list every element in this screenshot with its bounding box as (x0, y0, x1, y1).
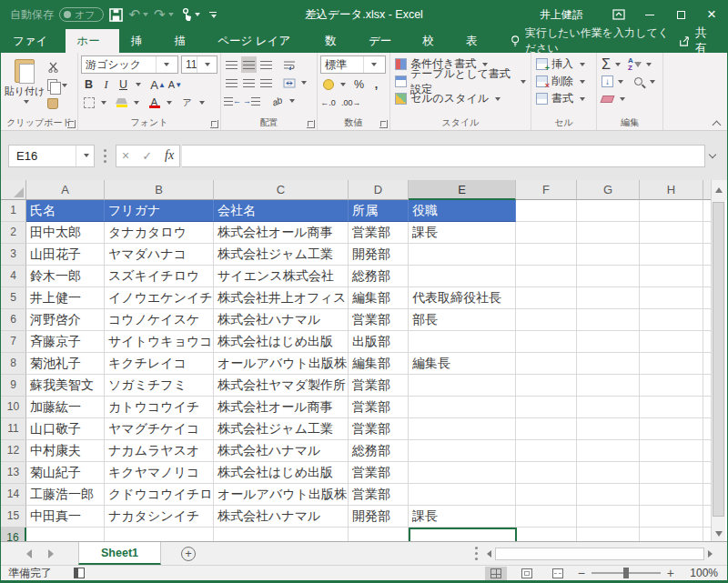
cell-C3[interactable]: 株式会社ジャム工業 (214, 244, 349, 266)
user-name[interactable]: 井上健語 (540, 7, 583, 23)
decrease-decimal-button[interactable]: .00→ (341, 95, 361, 111)
font-size-dropdown-icon[interactable] (205, 63, 210, 66)
macro-record-icon[interactable] (74, 568, 85, 578)
cell-F3[interactable] (516, 244, 577, 266)
cell-A2[interactable]: 田中太郎 (26, 222, 105, 244)
cell-B14[interactable]: クドウコウイチロウ (105, 484, 214, 506)
row-header-14[interactable]: 14 (1, 484, 26, 506)
cell-B15[interactable]: ナカタシンイチ (105, 506, 214, 528)
zoom-slider[interactable] (592, 572, 661, 574)
align-bottom-button[interactable] (258, 56, 274, 73)
column-header-A[interactable]: A (26, 180, 105, 200)
cell-A12[interactable]: 中村康夫 (26, 440, 105, 462)
cut-button[interactable] (46, 59, 69, 75)
cell-G2[interactable] (577, 222, 640, 244)
zoom-level[interactable]: 100% (683, 567, 718, 579)
currency-dropdown-icon[interactable] (340, 83, 346, 86)
cell-D12[interactable]: 総務部 (349, 440, 409, 462)
cell-C5[interactable]: 株式会社井上オフィス (214, 287, 349, 309)
cell-F7[interactable] (516, 331, 577, 353)
horizontal-scroll-track[interactable] (495, 548, 704, 560)
cell-G16[interactable] (577, 528, 640, 541)
cancel-entry-icon[interactable]: × (122, 148, 129, 163)
cell-C15[interactable]: 株式会社ハナマル (214, 506, 349, 528)
cell-A1[interactable]: 氏名 (26, 200, 105, 222)
align-left-button[interactable] (224, 75, 239, 91)
wrap-text-button[interactable] (281, 56, 297, 73)
cell-G8[interactable] (577, 353, 640, 375)
cell-E10[interactable] (409, 397, 516, 418)
cell-G5[interactable] (577, 287, 640, 309)
cell-C7[interactable]: 株式会社はじめ出版 (214, 331, 349, 353)
row-header-6[interactable]: 6 (1, 309, 26, 331)
cell-C11[interactable]: 株式会社ジャム工業 (214, 418, 349, 440)
column-header-E[interactable]: E (409, 180, 516, 200)
align-top-button[interactable] (224, 56, 239, 73)
tab-split-handle[interactable] (475, 552, 478, 555)
save-button[interactable] (109, 5, 124, 25)
cell-F11[interactable] (516, 418, 577, 440)
cell-F4[interactable] (516, 266, 577, 287)
underline-button[interactable]: U (116, 76, 131, 93)
row-header-10[interactable]: 10 (1, 397, 26, 418)
cell-E9[interactable] (409, 375, 516, 397)
select-all-corner[interactable] (1, 180, 26, 200)
cell-E13[interactable] (409, 462, 516, 484)
cell-A7[interactable]: 斉藤京子 (26, 331, 105, 353)
cell-F10[interactable] (516, 397, 577, 418)
cell-D14[interactable]: 営業部 (349, 484, 409, 506)
cell-H15[interactable] (640, 506, 703, 528)
tab-view[interactable]: 表示 (454, 29, 498, 53)
phonetic-dropdown-icon[interactable] (199, 101, 205, 105)
cell-B2[interactable]: タナカタロウ (105, 222, 214, 244)
formula-input[interactable] (182, 145, 705, 167)
zoom-out-button[interactable]: − (578, 567, 585, 579)
sort-filter-button[interactable]: AZ (628, 57, 642, 72)
increase-font-button[interactable]: A▲ (150, 76, 166, 93)
row-header-4[interactable]: 4 (1, 266, 26, 287)
cell-E1[interactable]: 役職 (409, 200, 516, 222)
cell-A6[interactable]: 河野啓介 (26, 309, 105, 331)
cell-H5[interactable] (640, 287, 703, 309)
clear-button[interactable] (601, 95, 615, 103)
normal-view-button[interactable] (485, 567, 507, 580)
tab-file[interactable]: ファイル (1, 29, 66, 53)
touch-mode-dropdown-icon[interactable] (195, 13, 200, 16)
undo-dropdown-icon[interactable] (143, 13, 148, 16)
italic-button[interactable]: I (98, 76, 114, 93)
new-sheet-button[interactable]: + (181, 547, 196, 561)
tab-insert[interactable]: 挿入 (119, 29, 163, 53)
share-button[interactable]: 共有 (679, 29, 727, 53)
fill-button[interactable]: ↓ (602, 75, 613, 87)
row-header-3[interactable]: 3 (1, 244, 26, 266)
row-header-5[interactable]: 5 (1, 287, 26, 309)
format-painter-button[interactable] (46, 95, 69, 111)
tab-data[interactable]: データ (357, 29, 410, 53)
cell-F2[interactable] (516, 222, 577, 244)
cell-H16[interactable] (640, 528, 703, 541)
column-header-F[interactable]: F (516, 180, 577, 200)
cell-B8[interactable]: キクチレイコ (105, 353, 214, 375)
percent-style-button[interactable]: % (351, 76, 367, 93)
cell-B6[interactable]: コウノケイスケ (105, 309, 214, 331)
cell-A8[interactable]: 菊池礼子 (26, 353, 105, 375)
alignment-dialog-launcher[interactable] (307, 120, 315, 128)
cell-H14[interactable] (640, 484, 703, 506)
increase-decimal-button[interactable]: ←.0 (320, 95, 336, 111)
row-header-12[interactable]: 12 (1, 440, 26, 462)
cell-E8[interactable]: 編集長 (409, 353, 516, 375)
font-name-dropdown-icon[interactable] (164, 63, 169, 66)
cell-F8[interactable] (516, 353, 577, 375)
redo-button[interactable]: ↷ (154, 5, 174, 25)
cell-C12[interactable]: 株式会社ハナマル (214, 440, 349, 462)
align-right-button[interactable] (258, 75, 274, 91)
comma-style-button[interactable]: , (369, 76, 384, 93)
sheet-nav-right-icon[interactable] (48, 549, 54, 558)
column-header-H[interactable]: H (640, 180, 703, 200)
decrease-font-button[interactable]: A▼ (167, 76, 183, 93)
align-center-button[interactable] (241, 75, 257, 91)
cell-E3[interactable] (409, 244, 516, 266)
cell-C1[interactable]: 会社名 (214, 200, 349, 222)
find-select-icon[interactable] (634, 77, 642, 85)
column-header-G[interactable]: G (577, 180, 640, 200)
